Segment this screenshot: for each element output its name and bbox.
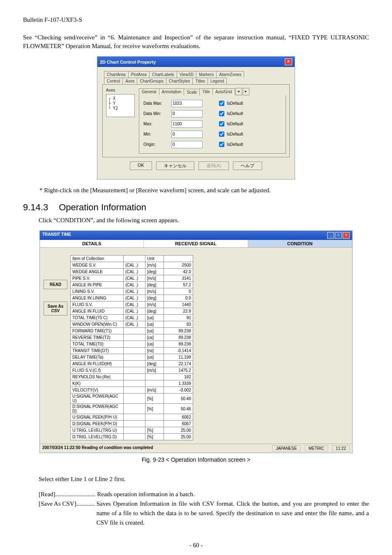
read-button[interactable]: READ [44,280,67,289]
cell [124,427,145,434]
tab-markers[interactable]: Markers [196,71,217,78]
transit-title: TRANSIT TIME [42,232,71,239]
table-row: U:TRIG. LEVEL(TRG U)[%]25.00 [71,427,193,434]
cell [145,374,164,380]
scale-fields: Data Max: IsDefault Data Min: IsDefault … [139,95,286,154]
tab-details[interactable]: DETAILS [40,240,144,247]
table-row: WEDGE ANGLE(CAL .)[deg]42.0 [71,269,193,275]
inner-tab-title[interactable]: Title [199,88,213,95]
cell: [deg] [145,361,164,367]
cell: (CAL .) [124,295,145,302]
cell: 89.238 [164,341,193,348]
tab-control[interactable]: Control [104,78,123,84]
cancel-button[interactable]: キャンセル [156,161,194,170]
tab-plotarea[interactable]: PlotArea [128,71,150,78]
tab-chartlabels[interactable]: ChartLabels [149,71,177,78]
tab-legend[interactable]: Legend [208,78,227,84]
save-csv-button[interactable]: Save As CSV [44,302,67,315]
cell: (CAL .) [124,308,145,315]
rightclick-note: * Right-click on the [Measurement] or [R… [39,187,369,194]
tab-chartstyles[interactable]: ChartStyles [166,78,193,84]
cell: -0.1414 [164,348,193,354]
cell: 91 [164,315,193,321]
input-max[interactable] [171,120,203,128]
ok-button[interactable]: OK [130,161,152,170]
cell: 50.48 [164,394,193,404]
cell [124,341,145,348]
bulletin-header: Bulletin F-107-UXF3-S [23,16,369,23]
cell: REVERSE TIME(T2) [71,334,124,341]
cell: (CAL .) [124,288,145,295]
table-row: REYNOLDS No.(Re)182 [71,374,193,380]
section-title: Operation Information [59,202,146,212]
table-row: WEDGE S.V.(CAL .)[m/s]2500 [71,262,193,269]
select-line-paragraph: Select either Line 1 or Lline 2 first. [39,474,369,484]
tab-view3d[interactable]: View3D [177,71,196,78]
chk-label: IsDefault [227,122,243,126]
input-min[interactable] [171,131,203,138]
status-message: 2007/03/24 11:22:50 Reading of condition… [42,445,153,451]
left-button-column: READ Save As CSV [43,255,68,315]
cell: (CAL .) [124,321,145,328]
cell: (CAL .) [124,275,145,282]
cell: [us] [145,354,164,361]
status-bar: 2007/03/24 11:22:50 Reading of condition… [40,444,352,453]
cell: 89.238 [164,334,193,341]
table-row: TOTAL TIME(T0 C)(CAL .)[us]91 [71,315,193,321]
cell: 11.198 [164,354,193,361]
input-data-max[interactable] [171,100,203,107]
section-heading: 9.14.3Operation Information [23,202,369,213]
page-number: - 60 - [23,542,369,549]
intro-paragraph: See “Checking send/receive” in “6. Maint… [23,33,369,51]
cell: WEDGE S.V. [71,262,124,269]
tab-chartgroups[interactable]: ChartGroups [137,78,166,84]
table-row: U:SIGNAL POWER(AGC U)[%]50.48 [71,394,193,404]
section-number: 9.14.3 [23,202,48,212]
tab-nav-right-icon[interactable]: ▸ [243,88,249,95]
tab-received-signal[interactable]: RECEIVED SIGNAL [144,240,248,247]
cell: 83 [164,321,193,328]
table-row: LINING S.V.(CAL .)[m/s]0 [71,288,193,295]
cell: K(K) [71,380,124,387]
input-origin[interactable] [171,141,203,148]
dialog-title: 2D Chart Control Property [100,60,156,64]
inner-tab-scale[interactable]: Scale [184,89,200,96]
minimize-icon[interactable]: _ [327,232,334,239]
cell: 1440 [164,302,193,308]
inner-tab-general[interactable]: General [139,88,159,95]
cell: 2500 [164,262,193,269]
input-data-min[interactable] [171,110,203,117]
figure-caption: Fig. 9-23 < Operation Information screen… [23,456,369,463]
chk-origin[interactable] [219,142,224,147]
chk-data-min[interactable] [219,111,224,116]
chk-max[interactable] [219,121,224,127]
help-button[interactable]: ヘルプ [233,161,262,170]
maximize-icon[interactable]: □ [335,232,342,239]
table-row: FORWARD TIME(T1)[us]89.238 [71,328,193,334]
apply-button[interactable]: 適用(A) [198,161,229,170]
table-row: ANGLE IN LINING(CAL .)[deg]0.0 [71,295,193,302]
cell: [us] [145,321,164,328]
cell [124,328,145,334]
tab-chartarea[interactable]: ChartArea [104,71,129,78]
tree-y2[interactable]: Y2 [113,106,118,111]
close-icon[interactable]: × [285,58,292,65]
tab-nav-left-icon[interactable]: ◂ [235,88,242,95]
inner-tab-axisgrid[interactable]: Axis/Grid [212,88,235,95]
tab-condition[interactable]: CONDITION [248,240,352,247]
tree-x[interactable]: X [113,96,115,101]
tab-titles[interactable]: Titles [192,78,208,84]
row-origin: Origin: IsDefault [143,140,281,148]
inner-tab-annotation[interactable]: Annotation [159,88,184,95]
cell: D:TRIG. LEVEL(TRG D) [71,434,124,440]
close-icon[interactable]: × [343,232,350,239]
th-blank [124,256,145,262]
axes-tree[interactable]: ┌ X ├ Y └ Y2 [106,94,135,117]
chk-data-max[interactable] [219,101,224,106]
table-row: ANGLE IN FLUID(thf)[deg]22.174 [71,361,193,367]
tree-y[interactable]: Y [113,101,115,106]
tab-alarmzones[interactable]: AlarmZones [216,71,244,78]
tab-axes[interactable]: Axes [122,78,137,84]
chk-min[interactable] [219,131,224,137]
dots: ............ [76,499,95,528]
